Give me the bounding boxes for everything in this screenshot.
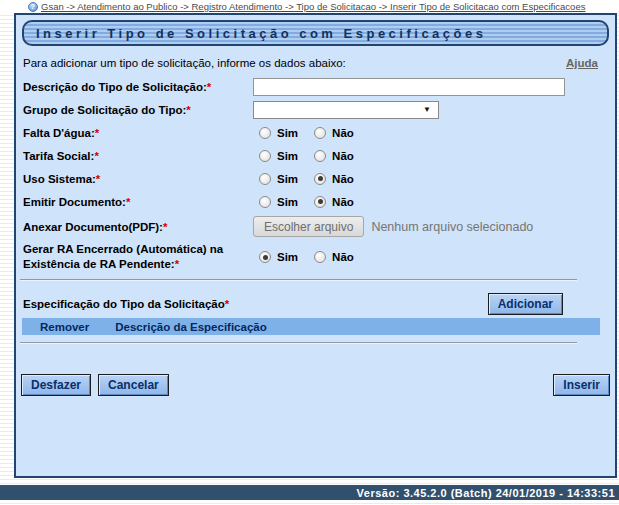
form-row-grupo: Grupo de Solicitação do Tipo:* ▼ [23,98,615,121]
descricao-label-text: Descrição do Tipo de Solicitação: [23,81,207,93]
tarifa-social-label: Tarifa Social:* [23,150,253,162]
form-row-uso-sistema: Uso Sistema:* Sim Não [23,167,615,190]
required-marker: * [163,221,167,233]
required-marker: * [95,127,99,139]
gerar-ra-label: Gerar RA Encerrado (Automática) na Exist… [23,242,253,272]
anexar-documento-label-text: Anexar Documento(PDF): [23,221,163,233]
gerar-ra-radio-group: Sim Não [253,251,370,263]
adicionar-button[interactable]: Adicionar [488,293,563,315]
spec-section-label-text: Especificação do Tipo da Solicitação [23,298,225,310]
dropdown-arrow-icon: ▼ [423,105,431,114]
falta-dagua-label: Falta D'água:* [23,127,253,139]
sim-radio-label: Sim [277,127,298,139]
falta-dagua-nao-radio[interactable] [314,127,326,139]
spec-header-row: Especificação do Tipo da Solicitação* Ad… [23,293,563,315]
uso-sistema-radio-group: Sim Não [253,173,370,185]
emitir-documento-label-text: Emitir Documento: [23,196,126,208]
remover-column-header: Remover [40,321,89,333]
uso-sistema-label: Uso Sistema:* [23,173,253,185]
ajuda-link[interactable]: Ajuda [566,57,598,69]
required-marker: * [186,104,190,116]
page-title-bar: Inserir Tipo de Solicitação com Especifi… [22,20,609,46]
nao-radio-label: Não [332,150,354,162]
gerar-ra-label-line2: Existência de RA Pendente: [23,258,175,270]
form-row-emitir-documento: Emitir Documento:* Sim Não [23,190,615,213]
tarifa-social-sim-radio[interactable] [259,150,271,162]
form-row-tarifa-social: Tarifa Social:* Sim Não [23,144,615,167]
form-area: Descrição do Tipo de Solicitação:* Grupo… [23,75,615,274]
uso-sistema-label-text: Uso Sistema: [23,173,96,185]
cancelar-button[interactable]: Cancelar [98,374,169,396]
help-ball-icon[interactable]: ? [28,2,38,12]
emitir-documento-sim-radio[interactable] [259,196,271,208]
footer-version-bar: Versão: 3.45.2.0 (Batch) 24/01/2019 - 14… [0,485,619,500]
sim-radio-label: Sim [277,251,298,263]
instruction-row: Para adicionar um tipo de solicitação, i… [23,57,598,69]
file-status-text: Nenhum arquivo selecionado [371,220,533,234]
nao-radio-label: Não [332,127,354,139]
required-marker: * [207,81,211,93]
tarifa-social-radio-group: Sim Não [253,150,370,162]
anexar-documento-label: Anexar Documento(PDF):* [23,221,253,233]
page-title: Inserir Tipo de Solicitação com Especifi… [36,26,487,41]
emitir-documento-label: Emitir Documento:* [23,196,253,208]
inserir-button[interactable]: Inserir [553,374,610,396]
descricao-input[interactable] [253,78,565,96]
nao-radio-label: Não [332,251,354,263]
main-panel: Inserir Tipo de Solicitação com Especifi… [14,13,617,478]
required-marker: * [96,173,100,185]
emitir-documento-radio-group: Sim Não [253,196,370,208]
falta-dagua-radio-group: Sim Não [253,127,370,139]
gerar-ra-nao-radio[interactable] [314,251,326,263]
breadcrumb: ? Gsan -> Atendimento ao Publico -> Regi… [0,0,619,13]
form-row-gerar-ra: Gerar RA Encerrado (Automática) na Exist… [23,240,615,274]
tarifa-social-label-text: Tarifa Social: [23,150,94,162]
required-marker: * [225,298,229,310]
nao-radio-label: Não [332,196,354,208]
emitir-documento-nao-radio[interactable] [314,196,326,208]
required-marker: * [94,150,98,162]
sim-radio-label: Sim [277,150,298,162]
gerar-ra-label-line1: Gerar RA Encerrado (Automática) na [23,243,223,255]
gerar-ra-sim-radio[interactable] [259,251,271,263]
form-row-descricao: Descrição do Tipo de Solicitação:* [23,75,615,98]
sim-radio-label: Sim [277,173,298,185]
required-marker: * [175,258,179,270]
instruction-text: Para adicionar um tipo de solicitação, i… [23,57,346,69]
section-divider [20,342,577,344]
nao-radio-label: Não [332,173,354,185]
section-divider [20,279,577,281]
uso-sistema-nao-radio[interactable] [314,173,326,185]
grupo-select[interactable]: ▼ [253,101,439,119]
form-row-anexar-documento: Anexar Documento(PDF):* Escolher arquivo… [23,213,615,240]
tarifa-social-nao-radio[interactable] [314,150,326,162]
grupo-label-text: Grupo de Solicitação do Tipo: [23,104,186,116]
choose-file-button[interactable]: Escolher arquivo [253,216,364,237]
uso-sistema-sim-radio[interactable] [259,173,271,185]
descricao-especificacao-column-header: Descrição da Especificação [115,321,267,333]
actions-row: Desfazer Cancelar Inserir [21,374,610,396]
sim-radio-label: Sim [277,196,298,208]
falta-dagua-label-text: Falta D'água: [23,127,95,139]
descricao-label: Descrição do Tipo de Solicitação:* [23,81,253,93]
falta-dagua-sim-radio[interactable] [259,127,271,139]
form-row-falta-dagua: Falta D'água:* Sim Não [23,121,615,144]
breadcrumb-trail[interactable]: Gsan -> Atendimento ao Publico -> Regist… [41,1,585,12]
version-text: Versão: 3.45.2.0 (Batch) 24/01/2019 - 14… [357,487,615,499]
spec-table-header: Remover Descrição da Especificação [22,318,600,335]
grupo-label: Grupo de Solicitação do Tipo:* [23,104,253,116]
desfazer-button[interactable]: Desfazer [21,374,91,396]
required-marker: * [126,196,130,208]
spec-section-label: Especificação do Tipo da Solicitação* [23,298,229,310]
